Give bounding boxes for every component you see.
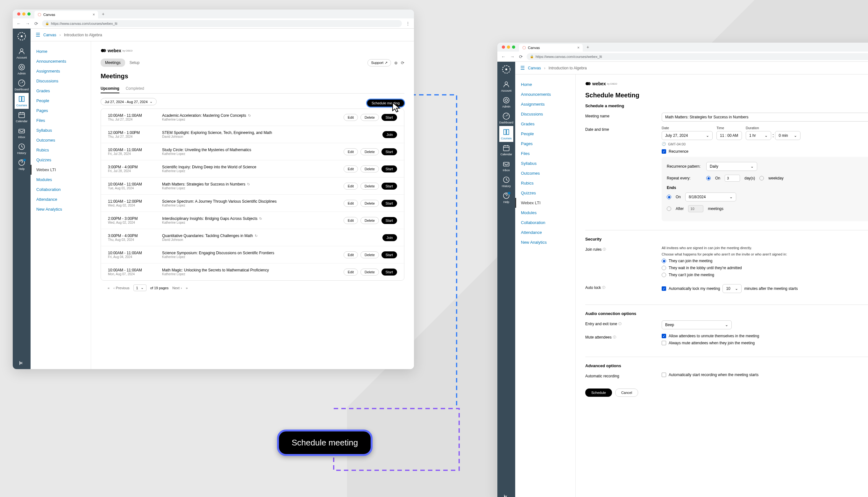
duration-min-select[interactable]: 0 min⌄: [775, 131, 800, 140]
mute-opt2-checkbox[interactable]: [662, 341, 666, 345]
info-icon[interactable]: ⓘ: [602, 285, 605, 290]
global-nav-calendar[interactable]: Calendar: [15, 109, 29, 125]
subtab-completed[interactable]: Completed: [126, 84, 144, 93]
delete-button[interactable]: Delete: [360, 251, 379, 258]
date-select[interactable]: July 27, 2024⌄: [662, 131, 713, 140]
new-tab-button[interactable]: +: [100, 12, 106, 16]
delete-button[interactable]: Delete: [360, 269, 379, 275]
course-nav-new-analytics[interactable]: New Analytics: [30, 204, 91, 214]
next-page-button[interactable]: Next ›: [172, 286, 182, 290]
delete-button[interactable]: Delete: [360, 217, 379, 224]
last-page-button[interactable]: »: [186, 286, 188, 290]
canvas-logo[interactable]: [501, 64, 511, 74]
delete-button[interactable]: Delete: [360, 200, 379, 207]
edit-button[interactable]: Edit: [344, 217, 358, 224]
delete-button[interactable]: Delete: [360, 148, 379, 155]
course-nav-outcomes[interactable]: Outcomes: [30, 135, 91, 145]
ends-on-radio[interactable]: [667, 195, 671, 199]
course-nav-modules[interactable]: Modules: [30, 175, 91, 185]
canvas-logo[interactable]: [16, 31, 27, 41]
course-nav-pages[interactable]: Pages: [515, 139, 575, 148]
url-field[interactable]: 🔒 https://www.canvas.com/courses/webex_l…: [42, 20, 402, 27]
date-range-filter[interactable]: Jul 27, 2024 - Aug 27, 2024 ⌄: [101, 98, 157, 105]
window-controls[interactable]: [15, 12, 32, 16]
close-window[interactable]: [17, 12, 20, 16]
info-icon[interactable]: ⓘ: [618, 322, 622, 326]
global-nav-calendar[interactable]: Calendar: [499, 142, 513, 158]
course-nav-quizzes[interactable]: Quizzes: [515, 188, 575, 198]
reload-button[interactable]: ⟳: [519, 54, 523, 60]
autolock-minutes-select[interactable]: 10⌄: [722, 284, 742, 293]
previous-page-button[interactable]: ‹ Previous: [113, 286, 129, 290]
global-nav-dashboard[interactable]: Dashboard: [15, 77, 29, 93]
recur-pattern-select[interactable]: Daily⌄: [706, 162, 757, 171]
collapse-nav-icon[interactable]: [16, 357, 28, 369]
course-nav-grades[interactable]: Grades: [515, 119, 575, 129]
course-nav-attendance[interactable]: Attendance: [515, 227, 575, 237]
close-tab-icon[interactable]: ×: [93, 12, 95, 17]
join-opt2-radio[interactable]: [662, 266, 666, 270]
page-select[interactable]: 1 ⌄: [134, 284, 147, 291]
breadcrumb-root[interactable]: Canvas: [528, 66, 541, 70]
reload-button[interactable]: ⟳: [34, 20, 39, 27]
global-nav-inbox[interactable]: Inbox: [15, 125, 29, 141]
hamburger-icon[interactable]: ☰: [520, 65, 525, 71]
course-nav-people[interactable]: People: [515, 129, 575, 139]
global-nav-courses[interactable]: Courses: [499, 126, 513, 142]
course-nav-modules[interactable]: Modules: [515, 208, 575, 218]
global-nav-history[interactable]: History: [15, 141, 29, 157]
global-nav-dashboard[interactable]: Dashboard: [499, 110, 513, 126]
maximize-window[interactable]: [27, 12, 30, 16]
course-nav-webex-lti[interactable]: Webex LTI: [515, 198, 575, 208]
back-button[interactable]: ←: [16, 20, 22, 27]
recurrence-checkbox[interactable]: ✓: [662, 149, 666, 154]
repeat-weekday-radio[interactable]: [759, 176, 764, 181]
subtab-upcoming[interactable]: Upcoming: [101, 84, 120, 93]
course-nav-announcements[interactable]: Announcements: [515, 89, 575, 99]
course-nav-syllabus[interactable]: Syllabus: [515, 158, 575, 168]
repeat-number-input[interactable]: [725, 175, 740, 182]
support-button[interactable]: Support ↗: [368, 59, 391, 67]
tab-setup[interactable]: Setup: [125, 59, 144, 67]
duration-hr-select[interactable]: 1 hr⌄: [746, 131, 771, 140]
start-button[interactable]: Start: [382, 148, 397, 155]
autolock-checkbox[interactable]: ✓: [662, 286, 666, 291]
collapse-nav-icon[interactable]: [500, 491, 512, 497]
time-select[interactable]: 11 : 00 AM: [716, 131, 742, 140]
back-button[interactable]: ←: [500, 54, 506, 60]
global-nav-courses[interactable]: Courses: [15, 93, 29, 109]
course-nav-quizzes[interactable]: Quizzes: [30, 155, 91, 165]
breadcrumb-root[interactable]: Canvas: [43, 33, 56, 37]
edit-button[interactable]: Edit: [344, 200, 358, 207]
tone-select[interactable]: Beep⌄: [662, 321, 732, 329]
start-button[interactable]: Start: [382, 200, 397, 207]
minimize-window[interactable]: [22, 12, 26, 16]
url-field[interactable]: 🔒 https://www.canvas.com/courses/webex_l…: [527, 53, 868, 60]
start-button[interactable]: Start: [382, 166, 397, 172]
start-button[interactable]: Start: [382, 269, 397, 275]
global-nav-account[interactable]: Account: [499, 78, 513, 94]
close-window[interactable]: [502, 45, 505, 49]
course-nav-new-analytics[interactable]: New Analytics: [515, 237, 575, 247]
start-button[interactable]: Start: [382, 217, 397, 224]
course-nav-discussions[interactable]: Discussions: [515, 109, 575, 119]
start-button[interactable]: Start: [382, 251, 397, 258]
join-opt3-radio[interactable]: [662, 273, 666, 277]
start-button[interactable]: Start: [382, 183, 397, 190]
meeting-name-input[interactable]: [662, 113, 868, 122]
auto-rec-checkbox[interactable]: [662, 373, 666, 377]
course-nav-attendance[interactable]: Attendance: [30, 195, 91, 204]
course-nav-home[interactable]: Home: [515, 80, 575, 89]
global-nav-admin[interactable]: Admin: [499, 94, 513, 110]
course-nav-rubics[interactable]: Rubics: [515, 178, 575, 188]
first-page-button[interactable]: «: [108, 286, 110, 290]
global-nav-history[interactable]: History: [499, 174, 513, 190]
window-controls[interactable]: [500, 45, 517, 49]
edit-button[interactable]: Edit: [344, 251, 358, 258]
course-nav-grades[interactable]: Grades: [30, 86, 91, 96]
forward-button[interactable]: →: [509, 54, 515, 60]
start-button[interactable]: Start: [382, 114, 397, 121]
delete-button[interactable]: Delete: [360, 114, 379, 121]
minimize-window[interactable]: [507, 45, 510, 49]
course-nav-syllabus[interactable]: Syllabus: [30, 125, 91, 135]
